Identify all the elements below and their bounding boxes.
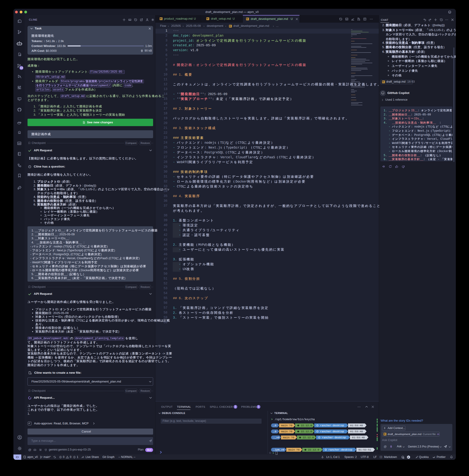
svg-text:?: ?: [29, 166, 30, 168]
svg-text:4: 4: [408, 456, 409, 459]
svg-text:/API: /API: [18, 143, 21, 145]
